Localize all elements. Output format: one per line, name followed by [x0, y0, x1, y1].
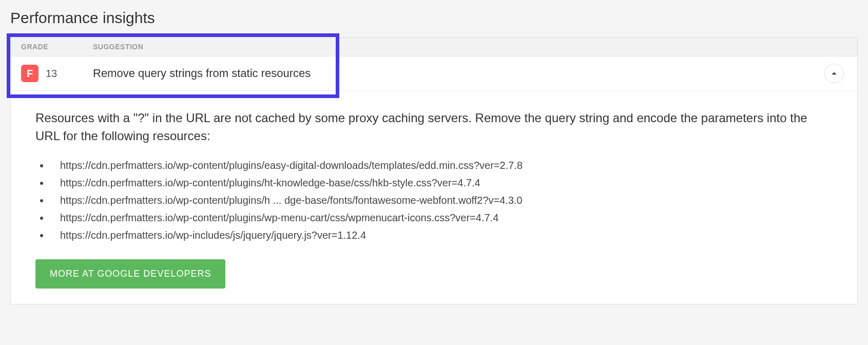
page-title: Performance insights: [10, 9, 858, 27]
insights-header-row: GRADE SUGGESTION: [11, 37, 857, 56]
insight-row[interactable]: F 13 Remove query strings from static re…: [11, 56, 857, 91]
insights-panel: GRADE SUGGESTION F 13 Remove query strin…: [10, 37, 858, 304]
insight-description: Resources with a "?" in the URL are not …: [35, 109, 833, 145]
list-item: https://cdn.perfmatters.io/wp-content/pl…: [50, 174, 833, 191]
list-item: https://cdn.perfmatters.io/wp-content/pl…: [50, 157, 833, 174]
grade-cell: F 13: [21, 65, 93, 82]
resource-list: https://cdn.perfmatters.io/wp-content/pl…: [35, 157, 833, 244]
header-grade: GRADE: [21, 43, 93, 51]
grade-score: 13: [46, 68, 57, 80]
list-item: https://cdn.perfmatters.io/wp-content/pl…: [50, 209, 833, 226]
list-item: https://cdn.perfmatters.io/wp-includes/j…: [50, 226, 833, 244]
insight-details: Resources with a "?" in the URL are not …: [11, 91, 857, 304]
grade-badge: F: [21, 65, 38, 82]
more-at-google-developers-button[interactable]: MORE AT GOOGLE DEVELOPERS: [35, 259, 225, 289]
chevron-up-icon: [831, 70, 838, 77]
collapse-button[interactable]: [824, 64, 844, 83]
header-suggestion: SUGGESTION: [93, 43, 847, 51]
suggestion-text: Remove query strings from static resourc…: [93, 67, 824, 80]
list-item: https://cdn.perfmatters.io/wp-content/pl…: [50, 191, 833, 209]
